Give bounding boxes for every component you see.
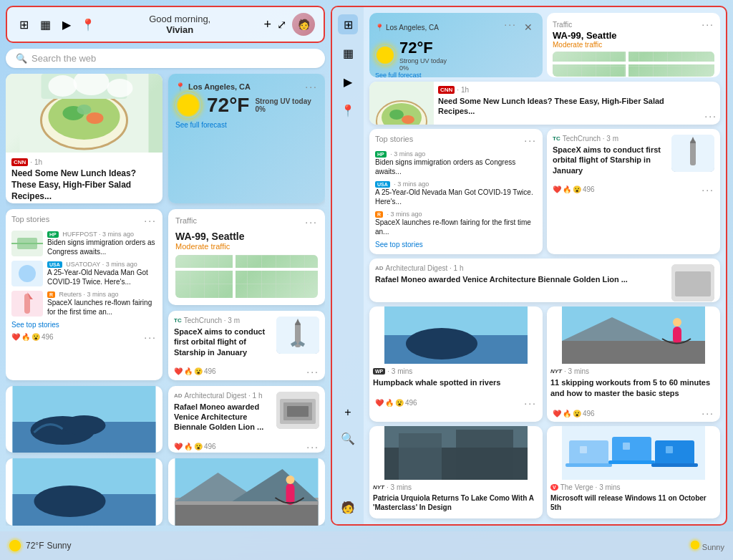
right-skipping-source: NYT · 3 mins (550, 367, 717, 375)
right-news-icon[interactable]: ▦ (338, 43, 358, 63)
right-whale-footer: ❤️🔥😮 496 ··· (369, 395, 543, 412)
right-top-stories-dots[interactable]: ··· (524, 135, 537, 146)
right-traffic-map (553, 52, 714, 77)
right-uv: Strong UV today (399, 57, 447, 64)
salad-title: Need Some New Lunch Ideas? These Easy, H… (11, 168, 157, 202)
expand-icon[interactable]: ⤢ (277, 18, 286, 32)
story-item-3[interactable]: R Reuters · 3 mins ago SpaceX launches r… (11, 291, 157, 317)
search-placeholder: Search the web (31, 53, 96, 64)
map-road-h (175, 268, 318, 271)
right-whale-card[interactable]: WP · 3 mins Humpback whale spotted in ri… (369, 306, 543, 422)
spacex-source: TechCrunch · 3 m (184, 317, 240, 324)
story-thumb-3 (11, 291, 43, 317)
right-location-icon[interactable]: 📍 (338, 100, 358, 120)
salad-image (6, 74, 162, 153)
top-stories-dots[interactable]: ··· (144, 332, 157, 343)
spacex-menu[interactable]: ··· (306, 366, 319, 377)
spacex-inner: TC TechCrunch · 3 m SpaceX aims to condu… (168, 311, 325, 363)
whale-card-2[interactable]: WP · 3 mins Humpback whale spotted in ri… (6, 458, 162, 526)
right-weather-dots[interactable]: ··· (504, 19, 517, 36)
svg-rect-71 (623, 443, 630, 450)
svg-rect-62 (456, 430, 513, 480)
svg-point-14 (19, 265, 36, 282)
avatar[interactable]: 🧑 (292, 13, 315, 36)
right-salad-card[interactable]: CNN · 1h Need Some New Lunch Ideas? Thes… (369, 82, 720, 125)
right-weather-close[interactable]: ✕ (520, 19, 537, 36)
right-story-source-1: HP · 3 mins ago (375, 150, 537, 158)
spacex-text: TC TechCrunch · 3 m SpaceX aims to condu… (174, 317, 271, 357)
right-avatar[interactable]: 🧑 (338, 497, 358, 517)
news-icon[interactable]: ▦ (37, 16, 53, 32)
add-icon[interactable]: + (263, 17, 271, 32)
right-home-icon[interactable]: ⊞ (338, 14, 358, 34)
weather-location: 📍 Los Angeles, CA (175, 82, 251, 92)
whale-card[interactable]: WP The Washington Post · 3 mins Humpback… (6, 386, 162, 453)
architecture-card[interactable]: AD Architectural Digest · 1 h Rafael Mon… (168, 386, 325, 453)
arch-source: Architectural Digest · 1 h (185, 392, 263, 400)
weather-menu[interactable]: ··· (305, 81, 318, 92)
weather-forecast-link[interactable]: See full forecast (175, 121, 318, 129)
right-arch-card[interactable]: AD Architectural Digest · 1 h Rafael Mon… (369, 259, 720, 302)
right-rain: 0% (399, 64, 447, 72)
right-patricia-source: NYT · 3 mins (373, 483, 539, 491)
story-item-1[interactable]: HP HUFFPOST · 3 mins ago Biden signs imm… (11, 231, 157, 256)
right-windows-card[interactable]: V The Verge · 3 mins Microsoft will rele… (547, 426, 720, 518)
svg-rect-50 (675, 271, 711, 296)
right-spacex-card[interactable]: TC TechCrunch · 3 m SpaceX aims to condu… (547, 129, 720, 254)
svg-point-37 (286, 475, 295, 484)
video-icon[interactable]: ▶ (59, 16, 74, 32)
right-arch-title: Rafael Moneo awarded Venice Architecture… (375, 274, 666, 284)
right-whale-title: Humpback whale spotted in rivers (373, 377, 539, 387)
skipping-card[interactable]: NYT The New York Times · 20 mins 11 skip… (168, 458, 325, 526)
right-middle-row: Top stories ··· HP · 3 mins ago Biden si… (369, 129, 720, 254)
traffic-menu[interactable]: ··· (305, 216, 318, 228)
traffic-map (175, 255, 318, 298)
right-story-3[interactable]: R · 3 mins ago SpaceX launches re-flown … (375, 211, 537, 236)
story-item-2[interactable]: USA USATODAY · 3 mins ago A 25-Year-Old … (11, 261, 157, 286)
right-skipping-content: NYT · 3 mins 11 skipping workouts from 5… (547, 364, 720, 405)
right-spacex-dots[interactable]: ··· (702, 184, 714, 195)
right-story-1[interactable]: HP · 3 mins ago Biden signs immigration … (375, 150, 537, 176)
right-patricia-card[interactable]: NYT · 3 mins Patricia Urquiola Returns T… (369, 426, 543, 518)
home-icon[interactable]: ⊞ (16, 16, 31, 32)
right-whale-dots[interactable]: ··· (524, 397, 537, 409)
search-icon: 🔍 (16, 53, 27, 64)
right-video-icon[interactable]: ▶ (338, 72, 358, 92)
right-story-text-2: USA · 3 mins ago A 25-Year-Old Nevada Ma… (375, 180, 537, 206)
spacex-title: SpaceX aims to conduct first orbital fli… (174, 327, 271, 357)
right-traffic-status: Moderate traffic (553, 41, 714, 49)
rain-detail: 0% (255, 105, 311, 113)
right-skipping-dots[interactable]: ··· (702, 407, 714, 419)
right-salad-dots[interactable]: ··· (704, 110, 717, 122)
taskbar-temp: 72°F (26, 541, 44, 551)
right-zoom-icon[interactable]: 🔍 (338, 428, 358, 448)
see-top-stories-link[interactable]: See top stories (11, 321, 157, 329)
right-traffic-dots[interactable]: ··· (702, 19, 714, 30)
right-patricia-content: NYT · 3 mins Patricia Urquiola Returns T… (369, 480, 543, 518)
right-skipping-card[interactable]: NYT · 3 mins 11 skipping workouts from 5… (547, 306, 720, 422)
story-source-2: USA USATODAY · 3 mins ago (47, 261, 157, 268)
right-verge-name: The Verge · 3 mins (560, 483, 621, 491)
story-text-2: USA USATODAY · 3 mins ago A 25-Year-Old … (47, 261, 157, 286)
salad-card[interactable]: CNN · 1h Need Some New Lunch Ideas? Thes… (6, 74, 162, 203)
right-salad-time: · 1h (457, 86, 469, 94)
svg-point-7 (49, 75, 77, 97)
location-icon[interactable]: 📍 (80, 16, 96, 32)
arch-menu[interactable]: ··· (306, 441, 319, 453)
right-map-road-v (626, 52, 628, 77)
right-forecast-link[interactable]: See full forecast (375, 72, 537, 79)
top-stories-menu[interactable]: ··· (144, 215, 157, 226)
right-windows-title: Microsoft will release Windows 11 on Oct… (550, 493, 717, 512)
right-story-2[interactable]: USA · 3 mins ago A 25-Year-Old Nevada Ma… (375, 180, 537, 206)
right-plus-icon[interactable]: + (338, 402, 358, 423)
salad-content: CNN · 1h Need Some New Lunch Ideas? Thes… (6, 153, 162, 203)
spacex-card[interactable]: TC TechCrunch · 3 m SpaceX aims to condu… (168, 311, 325, 380)
right-salad-image (369, 82, 434, 125)
right-top-row: 📍 Los Angeles, CA ··· ✕ 72°F (369, 13, 720, 77)
skipping-image (168, 458, 325, 526)
right-see-top-stories[interactable]: See top stories (375, 241, 537, 248)
search-bar[interactable]: 🔍 Search the web (6, 49, 325, 68)
right-salad-content: CNN · 1h Need Some New Lunch Ideas? Thes… (434, 82, 702, 125)
top-stories-header: Top stories ··· (11, 215, 157, 226)
salad-time: · 1h (30, 158, 42, 166)
